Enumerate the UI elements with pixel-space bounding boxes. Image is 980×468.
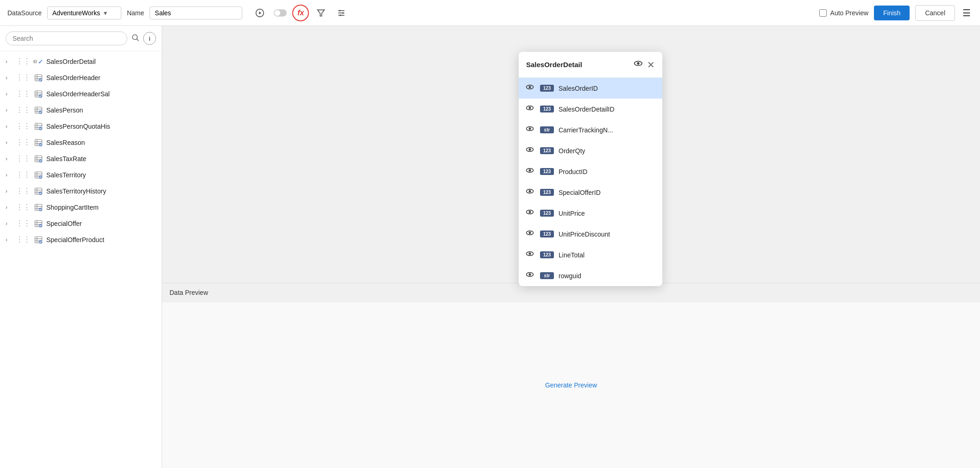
sidebar-item-SalesPerson[interactable]: ›⋮⋮SalesPerson <box>0 102 162 118</box>
field-name: SalesOrderID <box>559 85 598 92</box>
field-name: LineTotal <box>559 251 584 259</box>
hamburger-menu-button[interactable]: ☰ <box>961 6 973 20</box>
sidebar-item-SalesPersonQuotaHis[interactable]: ›⋮⋮SalesPersonQuotaHis <box>0 118 162 134</box>
drag-handle-icon: ⋮⋮ <box>16 203 31 212</box>
svg-point-79 <box>529 128 531 130</box>
auto-preview-section: Auto Preview <box>819 9 868 17</box>
drag-handle-icon: ⋮⋮ <box>16 106 31 114</box>
sidebar-item-SalesOrderDetail[interactable]: ›⋮⋮✓SalesOrderDetail <box>0 53 162 69</box>
sidebar-item-label: SalesTaxRate <box>46 155 86 162</box>
field-eye-icon <box>525 187 535 198</box>
table-icon: ✓ <box>33 57 44 66</box>
sidebar-item-label: SpecialOffer <box>46 220 82 227</box>
field-eye-icon <box>525 249 535 261</box>
popup-field-row[interactable]: 123UnitPriceDiscount <box>519 224 662 244</box>
popup-field-row[interactable]: 123OrderQty <box>519 140 662 161</box>
auto-preview-label: Auto Preview <box>830 9 868 17</box>
popup-eye-icon[interactable] <box>633 58 643 71</box>
finish-button[interactable]: Finish <box>874 6 910 20</box>
data-preview-bar: Data Preview Generate Preview <box>162 283 980 468</box>
play-button[interactable] <box>251 5 268 21</box>
popup-header-icons: ✕ <box>633 58 655 71</box>
type-badge: 123 <box>540 106 554 112</box>
sidebar-item-SalesOrderHeaderSal[interactable]: ›⋮⋮SalesOrderHeaderSal <box>0 86 162 102</box>
sidebar-item-SalesTaxRate[interactable]: ›⋮⋮SalesTaxRate <box>0 150 162 167</box>
popup-field-row[interactable]: strCarrierTrackingN... <box>519 119 662 140</box>
drag-handle-icon: ⋮⋮ <box>16 170 31 179</box>
filter-button[interactable] <box>313 5 329 21</box>
sidebar-item-SalesTerritoryHistory[interactable]: ›⋮⋮SalesTerritoryHistory <box>0 183 162 199</box>
popup-rows: 123SalesOrderID123SalesOrderDetailIDstrC… <box>519 78 662 286</box>
type-badge: 123 <box>540 210 554 217</box>
popup-field-row[interactable]: 123SalesOrderID <box>519 78 662 99</box>
sidebar-item-SalesOrderHeader[interactable]: ›⋮⋮SalesOrderHeader <box>0 69 162 86</box>
table-icon <box>33 219 44 228</box>
svg-rect-13 <box>34 60 37 63</box>
type-badge: 123 <box>540 231 554 237</box>
drag-handle-icon: ⋮⋮ <box>16 219 31 228</box>
cancel-button[interactable]: Cancel <box>915 5 955 21</box>
name-input[interactable] <box>150 6 242 19</box>
fx-button[interactable]: fx <box>292 5 309 21</box>
popup-field-row[interactable]: 123SalesOrderDetailID <box>519 99 662 119</box>
field-eye-icon <box>525 228 535 240</box>
type-badge: str <box>540 126 554 133</box>
expand-arrow-icon: › <box>6 156 13 162</box>
popup-field-row[interactable]: 123UnitPrice <box>519 203 662 224</box>
search-button[interactable] <box>131 33 139 44</box>
sidebar-item-label: ShoppingCartItem <box>46 204 99 211</box>
popup-field-row[interactable]: 123ProductID <box>519 161 662 182</box>
popup-field-row[interactable]: strrowguid <box>519 265 662 286</box>
data-preview-body: Generate Preview <box>162 302 980 468</box>
info-button[interactable]: i <box>143 32 156 45</box>
drag-handle-icon: ⋮⋮ <box>16 235 31 244</box>
sidebar-item-label: SpecialOfferProduct <box>46 236 104 243</box>
expand-arrow-icon: › <box>6 204 13 211</box>
expand-arrow-icon: › <box>6 220 13 227</box>
tree-list: ›⋮⋮✓SalesOrderDetail›⋮⋮SalesOrderHeader›… <box>0 51 162 468</box>
settings-button[interactable] <box>333 5 350 21</box>
sidebar-item-SalesTerritory[interactable]: ›⋮⋮SalesTerritory <box>0 167 162 183</box>
field-name: CarrierTrackingN... <box>559 126 613 134</box>
svg-point-8 <box>339 10 340 11</box>
field-name: SalesOrderDetailID <box>559 106 615 113</box>
svg-point-89 <box>529 232 531 234</box>
sidebar-item-SpecialOffer[interactable]: ›⋮⋮SpecialOffer <box>0 215 162 231</box>
expand-arrow-icon: › <box>6 107 13 113</box>
popup-field-row[interactable]: 123SpecialOfferID <box>519 182 662 203</box>
chevron-down-icon: ▾ <box>104 9 116 17</box>
svg-point-9 <box>342 12 344 13</box>
field-name: rowguid <box>559 272 581 280</box>
sidebar-item-label: SalesTerritoryHistory <box>46 187 106 195</box>
expand-arrow-icon: › <box>6 188 13 194</box>
sidebar-item-label: SalesOrderHeaderSal <box>46 90 110 98</box>
sidebar-item-label: SalesOrderDetail <box>46 58 96 65</box>
field-eye-icon <box>525 166 535 177</box>
generate-preview-link[interactable]: Generate Preview <box>545 381 597 389</box>
search-input[interactable] <box>6 31 127 45</box>
field-name: OrderQty <box>559 147 585 155</box>
name-label: Name <box>127 9 144 17</box>
auto-preview-checkbox[interactable] <box>819 9 827 17</box>
drag-handle-icon: ⋮⋮ <box>16 122 31 131</box>
field-eye-icon <box>525 145 535 156</box>
popup-close-button[interactable]: ✕ <box>647 59 655 70</box>
svg-point-0 <box>256 9 264 17</box>
main-layout: i ›⋮⋮✓SalesOrderDetail›⋮⋮SalesOrderHeade… <box>0 26 980 468</box>
popup-field-row[interactable]: 123LineTotal <box>519 244 662 265</box>
svg-point-93 <box>529 274 531 276</box>
expand-arrow-icon: › <box>6 172 13 178</box>
sidebar-item-SalesReason[interactable]: ›⋮⋮SalesReason <box>0 134 162 150</box>
expand-arrow-icon: › <box>6 237 13 243</box>
table-icon <box>33 236 44 244</box>
sidebar-item-SpecialOfferProduct[interactable]: ›⋮⋮SpecialOfferProduct <box>0 231 162 248</box>
datasource-dropdown[interactable]: AdventureWorks ▾ <box>47 6 121 19</box>
type-badge: 123 <box>540 251 554 258</box>
toggle-button[interactable] <box>272 5 289 21</box>
field-name: UnitPrice <box>559 210 585 217</box>
drag-handle-icon: ⋮⋮ <box>16 187 31 195</box>
popup-header: SalesOrderDetail ✕ <box>519 52 662 78</box>
expand-arrow-icon: › <box>6 139 13 146</box>
sidebar-item-ShoppingCartItem[interactable]: ›⋮⋮ShoppingCartItem <box>0 199 162 215</box>
drag-handle-icon: ⋮⋮ <box>16 154 31 163</box>
